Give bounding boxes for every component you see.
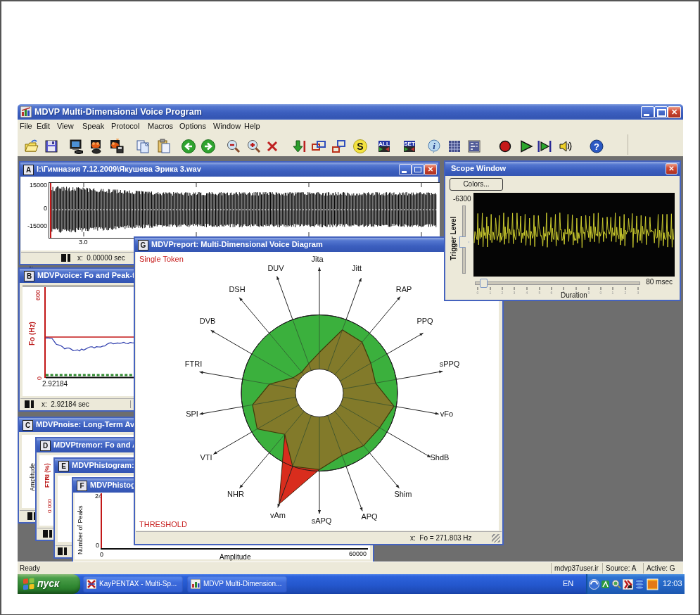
svg-text:FTRI: FTRI xyxy=(185,360,202,368)
svg-text:APQ: APQ xyxy=(361,512,378,521)
svg-text:5: 5 xyxy=(539,291,541,294)
svg-text:VTI: VTI xyxy=(200,453,212,462)
svg-text:sAPQ: sAPQ xyxy=(312,516,332,525)
svg-text:4: 4 xyxy=(526,291,528,294)
svg-text:PPQ: PPQ xyxy=(416,317,433,325)
svg-text:1: 1 xyxy=(490,291,492,294)
svg-text:vAm: vAm xyxy=(270,511,286,519)
svg-text:NHR: NHR xyxy=(227,490,244,498)
svg-text:sPPQ: sPPQ xyxy=(440,360,460,368)
svg-text:SPI: SPI xyxy=(186,410,198,418)
svg-text:2: 2 xyxy=(502,291,504,294)
svg-text:S: S xyxy=(357,141,363,152)
svg-text:Jitt: Jitt xyxy=(352,264,362,272)
svg-text:2: 2 xyxy=(625,291,627,294)
svg-text:3: 3 xyxy=(514,291,516,294)
svg-text:DUV: DUV xyxy=(267,264,284,272)
svg-text:0: 0 xyxy=(477,291,479,294)
svg-text:i: i xyxy=(433,141,435,151)
svg-text:DVB: DVB xyxy=(200,317,216,325)
svg-text:6: 6 xyxy=(551,291,553,294)
svg-text:?: ? xyxy=(594,141,599,152)
svg-text:ALL: ALL xyxy=(378,141,390,147)
svg-text:9: 9 xyxy=(588,291,590,294)
svg-text:vFo: vFo xyxy=(440,410,453,418)
svg-text:1: 1 xyxy=(612,291,614,294)
svg-text:RAP: RAP xyxy=(396,285,412,293)
svg-text:SET: SET xyxy=(404,141,415,147)
svg-text:DSH: DSH xyxy=(229,285,245,293)
svg-text:3: 3 xyxy=(637,291,639,294)
svg-text:Jita: Jita xyxy=(311,255,324,263)
svg-text:ShdB: ShdB xyxy=(431,453,450,462)
svg-text:Shim: Shim xyxy=(394,490,412,498)
svg-text:0: 0 xyxy=(600,291,602,294)
